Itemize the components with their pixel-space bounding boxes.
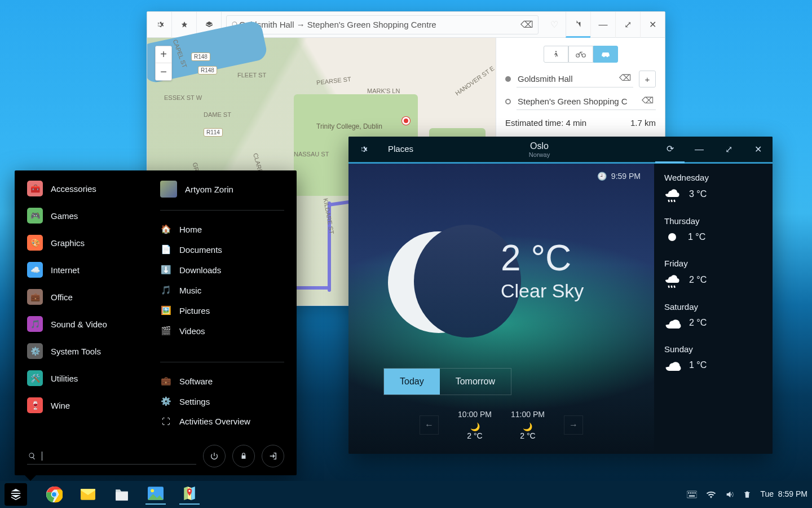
svg-point-0 [555, 51, 556, 52]
action-settings[interactable]: ⚙️Settings [160, 396, 284, 406]
tab-tomorrow[interactable]: Tomorrow [440, 369, 511, 395]
svg-rect-16 [692, 492, 694, 493]
folder-icon: 🎬 [160, 326, 171, 336]
places-tab[interactable]: Places [378, 144, 423, 155]
mode-walk[interactable] [544, 46, 568, 63]
weather-maximize-button[interactable]: ⤢ [714, 137, 743, 163]
folder-icon: 🖼️ [160, 305, 171, 316]
category-games[interactable]: 🎮Games [27, 208, 140, 224]
trash-icon[interactable] [743, 490, 751, 499]
clock-icon: 🕘 [597, 172, 607, 181]
moon-icon [388, 231, 489, 333]
place-documents[interactable]: 📄Documents [160, 244, 284, 255]
start-menu: 🧰Accessories🎮Games🎨Graphics☁️Internet💼Of… [15, 170, 297, 475]
svg-rect-15 [690, 492, 691, 493]
minimize-button[interactable]: — [590, 12, 615, 38]
tab-today[interactable]: Today [384, 369, 440, 395]
search-field[interactable]: Goldsmith Hall → Stephen's Green Shoppin… [226, 15, 539, 34]
hourly-next-button[interactable]: → [564, 415, 583, 435]
svg-rect-9 [116, 492, 128, 501]
forecast-day: Sunday [664, 344, 762, 354]
category-wine[interactable]: 🍷Wine [27, 397, 140, 413]
maps-app-icon[interactable] [179, 484, 200, 505]
category-icon: 🎵 [27, 316, 43, 332]
category-icon: 🎮 [27, 208, 43, 224]
category-accessories[interactable]: 🧰Accessories [27, 181, 140, 196]
folder-icon: ⬇️ [160, 265, 171, 275]
settings-button[interactable] [147, 12, 172, 38]
close-button[interactable]: ✕ [640, 12, 665, 38]
category-label: Internet [51, 265, 80, 275]
weather-time: 🕘 9:59 PM [597, 172, 641, 181]
clock[interactable]: Tue 8:59 PM [760, 490, 807, 498]
files-icon[interactable] [112, 484, 132, 505]
svg-point-3 [668, 233, 676, 241]
destination-input[interactable]: Stephen's Green Shopping C ⌫ [517, 93, 656, 110]
place-videos[interactable]: 🎬Videos [160, 326, 284, 336]
place-pictures[interactable]: 🖼️Pictures [160, 305, 284, 316]
category-sound-video[interactable]: 🎵Sound & Video [27, 316, 140, 332]
browser-icon[interactable] [44, 484, 64, 505]
add-stop-button[interactable]: + [639, 71, 656, 87]
clear-origin-icon[interactable]: ⌫ [619, 73, 631, 83]
forecast-icon [664, 186, 681, 203]
current-temp: 2 °C [501, 237, 584, 279]
category-office[interactable]: 💼Office [27, 289, 140, 305]
mode-car[interactable] [593, 46, 618, 63]
weather-close-button[interactable]: ✕ [743, 137, 773, 163]
forecast-thursday: Thursday1 °C [664, 216, 762, 245]
city-label: Oslo Norway [423, 141, 655, 158]
search-text: Goldsmith Hall → Stephen's Green Shoppin… [239, 20, 520, 29]
mode-bike[interactable] [568, 46, 593, 63]
zoom-out-button[interactable]: − [156, 63, 171, 80]
place-music[interactable]: 🎵Music [160, 285, 284, 295]
category-system-tools[interactable]: ⚙️System Tools [27, 343, 140, 359]
origin-input[interactable]: Goldsmith Hall ⌫ [517, 71, 633, 87]
category-utilities[interactable]: 🛠️Utilities [27, 370, 140, 386]
category-label: System Tools [51, 347, 101, 356]
taskbar: Tue 8:59 PM [0, 481, 812, 508]
wifi-icon[interactable] [706, 491, 716, 498]
clear-destination-icon[interactable]: ⌫ [642, 95, 654, 106]
folder-icon: 🎵 [160, 285, 171, 295]
forecast-temp: 2 °C [689, 318, 707, 328]
user-item[interactable]: Artyom Zorin [160, 181, 284, 198]
keyboard-icon[interactable] [687, 491, 697, 498]
action-activities-overview[interactable]: ⛶Activities Overview [160, 417, 284, 426]
category-icon: ☁️ [27, 262, 43, 278]
photos-icon[interactable] [145, 484, 166, 505]
clear-search-icon[interactable]: ⌫ [520, 19, 533, 30]
forecast-temp: 1 °C [689, 360, 707, 370]
weather-settings-button[interactable] [348, 137, 378, 163]
destination-marker [402, 117, 410, 125]
start-button[interactable] [5, 483, 27, 506]
category-label: Games [51, 211, 78, 221]
forecast-icon [664, 271, 681, 288]
favorite-button[interactable]: ♡ [543, 19, 566, 30]
action-icon: ⛶ [160, 417, 171, 426]
maximize-button[interactable]: ⤢ [615, 12, 640, 38]
volume-icon[interactable] [725, 490, 734, 499]
hourly-slot: 10:00 PM 🌙 2 °C [458, 410, 492, 440]
forecast-temp: 2 °C [689, 275, 707, 285]
caret [42, 452, 42, 461]
weather-minimize-button[interactable]: — [685, 137, 714, 163]
directions-button[interactable] [566, 12, 590, 38]
forecast-temp: 3 °C [689, 189, 707, 199]
svg-rect-18 [689, 496, 695, 497]
mail-icon[interactable] [78, 484, 98, 505]
action-software[interactable]: 💼Software [160, 376, 284, 386]
zoom-in-button[interactable]: + [156, 46, 171, 63]
lock-button[interactable] [232, 445, 255, 467]
category-graphics[interactable]: 🎨Graphics [27, 235, 140, 251]
place-home[interactable]: 🏠Home [160, 224, 284, 234]
logout-button[interactable] [262, 445, 284, 467]
category-internet[interactable]: ☁️Internet [27, 262, 140, 278]
refresh-button[interactable]: ⟳ [655, 137, 685, 163]
power-button[interactable] [203, 445, 226, 467]
menu-search-input[interactable] [27, 448, 196, 465]
svg-point-11 [151, 489, 154, 492]
folder-icon: 📄 [160, 244, 171, 255]
hourly-prev-button[interactable]: ← [420, 415, 439, 435]
place-downloads[interactable]: ⬇️Downloads [160, 265, 284, 275]
